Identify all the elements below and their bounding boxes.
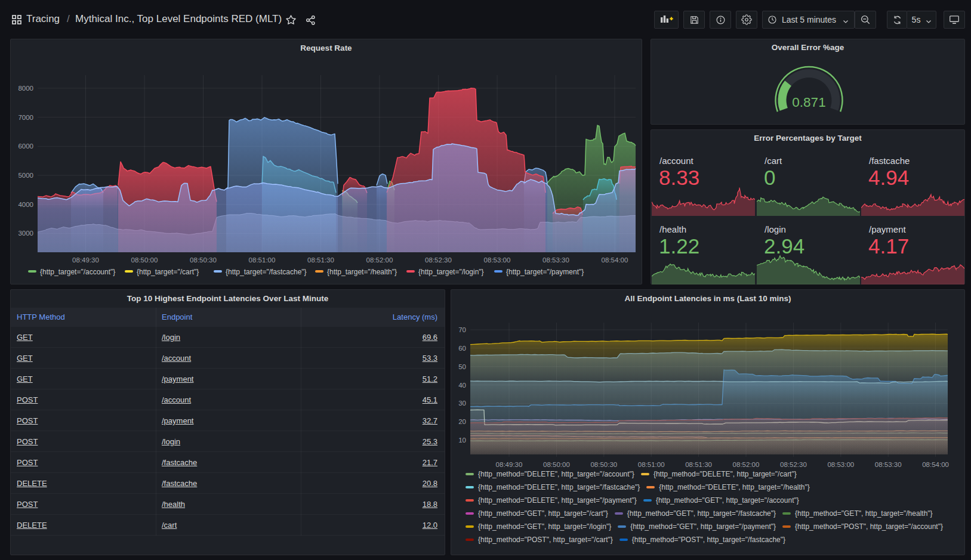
svg-text:8000: 8000 xyxy=(18,85,33,92)
svg-text:60: 60 xyxy=(458,345,466,352)
svg-text:{http_target="/account"}: {http_target="/account"} xyxy=(40,268,115,276)
svg-text:0.871: 0.871 xyxy=(792,95,825,110)
svg-text:7000: 7000 xyxy=(18,114,33,121)
svg-text:20: 20 xyxy=(458,418,466,425)
svg-text:{http_target="/health"}: {http_target="/health"} xyxy=(327,268,397,276)
svg-text:{http_target="/login"}: {http_target="/login"} xyxy=(418,268,484,276)
svg-text:40: 40 xyxy=(458,382,466,389)
svg-text:08:53:00: 08:53:00 xyxy=(827,461,854,468)
svg-text:08:53:30: 08:53:30 xyxy=(542,256,569,264)
svg-text:{http_target="/payment"}: {http_target="/payment"} xyxy=(506,268,584,276)
svg-text:08:54:00: 08:54:00 xyxy=(922,461,949,468)
svg-text:08:51:30: 08:51:30 xyxy=(307,256,334,264)
svg-text:08:53:30: 08:53:30 xyxy=(875,461,902,468)
svg-text:10: 10 xyxy=(458,437,466,444)
svg-text:08:51:00: 08:51:00 xyxy=(249,256,276,264)
svg-text:6000: 6000 xyxy=(18,143,33,150)
svg-text:08:52:30: 08:52:30 xyxy=(425,256,452,264)
svg-text:50: 50 xyxy=(458,363,466,370)
svg-text:4000: 4000 xyxy=(18,201,33,208)
svg-text:{http_target="/cart"}: {http_target="/cart"} xyxy=(137,268,199,276)
svg-text:5000: 5000 xyxy=(18,172,33,179)
svg-text:08:52:00: 08:52:00 xyxy=(366,256,393,264)
svg-text:3000: 3000 xyxy=(18,230,33,237)
svg-text:08:53:00: 08:53:00 xyxy=(484,256,511,264)
svg-text:70: 70 xyxy=(458,326,466,333)
svg-text:30: 30 xyxy=(458,400,466,407)
svg-text:{http_target="/fastcache"}: {http_target="/fastcache"} xyxy=(226,268,307,276)
svg-text:08:50:00: 08:50:00 xyxy=(131,256,158,264)
svg-text:08:49:30: 08:49:30 xyxy=(72,256,99,264)
svg-text:08:54:00: 08:54:00 xyxy=(602,256,628,264)
svg-text:08:50:30: 08:50:30 xyxy=(190,256,217,264)
